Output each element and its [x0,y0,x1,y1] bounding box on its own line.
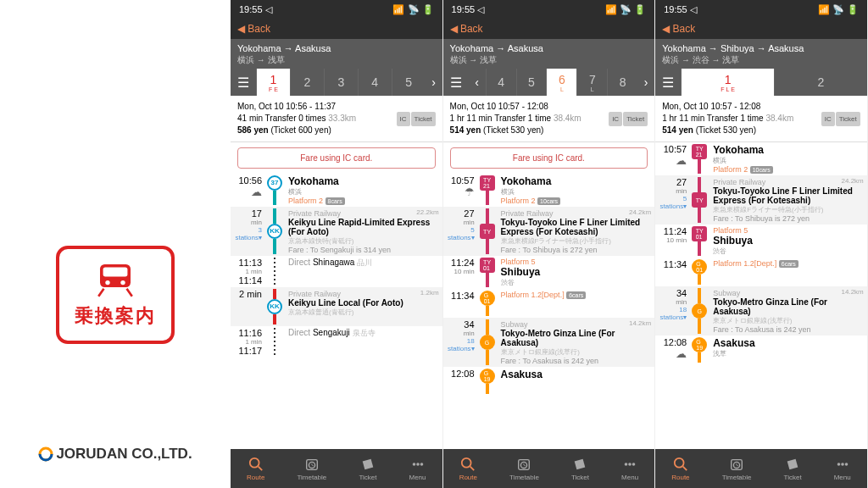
stations-expand[interactable]: 18 stations▾ [447,337,475,352]
nav-bar: ◀ Back [231,19,442,39]
bottom-nav: RouteTimetableTicketMenu [443,449,655,488]
route-tab-4[interactable]: 4 [486,69,516,96]
nav-timetable[interactable]: Timetable [297,457,326,481]
ic-toggle[interactable]: IC [609,112,622,126]
nav-timetable[interactable]: Timetable [509,457,539,481]
station-row[interactable]: 12:08 G19 Asakusa [443,367,655,396]
back-button[interactable]: ◀ Back [662,23,695,35]
weather-icon: ☁ [659,154,687,167]
line-badge: TY [480,224,495,239]
route-summary: Mon, Oct 10 10:57 - 12:081 hr 11 min Tra… [443,96,655,142]
app-name-jp: 乗換案内 [75,303,156,329]
station-row[interactable]: 10:56☁ 37 Yokohama横浜Platform 2 8cars [231,174,442,207]
route-tab-2[interactable]: 2 [774,69,867,96]
line-badge: G [692,303,707,319]
nav-route[interactable]: Route [247,457,264,481]
segment-row[interactable]: 34min18 stations▾ G Subway14.2kmTokyo-Me… [655,286,867,336]
station-row[interactable]: 11:34 G01 Platform 1.2[Dept.] 6cars [655,258,867,286]
svg-point-21 [837,463,840,466]
tabs-next[interactable]: › [426,69,442,96]
list-view-icon[interactable]: ☰ [655,69,681,96]
svg-point-9 [412,463,415,466]
route-tabs: ☰1F L E2 [655,69,867,96]
station-row[interactable]: 12:08☁ G19 Asakusa浅草 [655,336,867,364]
route-tab-6[interactable]: 6L [546,69,576,96]
timeline[interactable]: 10:56☁ 37 Yokohama横浜Platform 2 8cars 17m… [231,174,442,449]
nav-ticket[interactable]: Ticket [571,457,589,481]
timeline[interactable]: 10:57☁ TY21 Yokohama横浜Platform 2 10cars … [655,142,867,449]
tabs-next[interactable]: › [637,69,654,96]
brand-panel: 乗換案内 JORUDAN CO.,LTD. [0,0,231,488]
list-view-icon[interactable]: ☰ [443,69,469,96]
stations-expand[interactable]: 18 stations▾ [659,306,687,321]
app-logo: 乗換案内 [56,246,175,344]
tabs-prev[interactable]: ‹ [469,69,486,96]
route-tab-5[interactable]: 5 [516,69,547,96]
route-tab-1[interactable]: 1F L E [681,69,774,96]
line-badge: G01 [692,259,707,274]
weather-icon: ☁ [234,186,262,198]
ticket-toggle[interactable]: Ticket [836,112,860,126]
ic-toggle[interactable]: IC [821,112,835,126]
stations-expand[interactable]: 3 stations▾ [234,226,262,241]
nav-menu[interactable]: Menu [834,457,851,481]
station-row[interactable]: 11:2410 min TY01 Platform 5Shibuya渋谷 [655,225,867,258]
segment-row[interactable]: 27min5 stations▾ TY Private Railway24.2k… [655,175,867,225]
line-badge: G [480,335,495,350]
segment-row[interactable]: 17min3 stations▾ KK Private Railway22.2k… [231,207,442,256]
nav-route[interactable]: Route [671,457,689,481]
ticket-toggle[interactable]: Ticket [623,112,648,126]
phone-screen-1: 19:55 ◁📶 📡 🔋 ◀ Back Yokohama → Asakusa横浜… [443,0,656,488]
timeline[interactable]: 10:57☂ TY21 Yokohama横浜Platform 2 10cars … [443,174,655,449]
phone-screen-0: 19:55 ◁📶 📡 🔋 ◀ Back Yokohama → Asakusa横浜… [231,0,443,488]
svg-rect-1 [103,268,128,277]
svg-point-10 [416,463,420,466]
route-tabs: ☰‹456L7L8› [443,69,655,96]
route-tab-7[interactable]: 7L [576,69,607,96]
back-button[interactable]: ◀ Back [450,23,483,35]
weather-icon: ☁ [659,347,687,360]
ticket-toggle[interactable]: Ticket [411,112,436,126]
stations-expand[interactable]: 5 stations▾ [659,195,687,210]
segment-row[interactable]: 34min18 stations▾ G Subway14.2kmTokyo-Me… [443,318,655,367]
route-header: Yokohama → Asakusa横浜 → 浅草 [443,39,655,69]
route-tab-8[interactable]: 8 [607,69,637,96]
ic-toggle[interactable]: IC [397,112,410,126]
nav-bar: ◀ Back [655,19,867,39]
segment-row[interactable]: 27min5 stations▾ TY Private Railway24.2k… [443,207,655,256]
route-tab-1[interactable]: 1F E [256,69,290,96]
svg-point-23 [844,463,848,466]
station-row[interactable]: 10:57☂ TY21 Yokohama横浜Platform 2 10cars [443,174,655,207]
route-tab-2[interactable]: 2 [290,69,324,96]
company-logo-icon [38,446,53,462]
svg-point-15 [625,463,628,466]
station-row[interactable]: 11:2410 min TY01 Platform 5Shibuya渋谷 [443,256,655,289]
line-badge: KK [267,224,282,239]
route-tab-4[interactable]: 4 [358,69,392,96]
nav-ticket[interactable]: Ticket [784,457,802,481]
company-name: JORUDAN CO.,LTD. [38,446,192,463]
segment-row[interactable]: 2 min KK Private Railway1.2kmKeikyu Line… [231,287,442,326]
nav-menu[interactable]: Menu [409,457,426,481]
list-view-icon[interactable]: ☰ [231,69,256,96]
nav-timetable[interactable]: Timetable [722,457,752,481]
station-row[interactable]: 10:57☁ TY21 Yokohama横浜Platform 2 10cars [655,142,867,175]
status-bar: 19:55 ◁📶 📡 🔋 [655,0,867,19]
fare-notice: Fare using IC card. [237,147,436,169]
svg-point-22 [841,463,844,466]
station-row[interactable]: 11:34 G01 Platform 1.2[Dept.] 6cars [443,289,655,318]
nav-menu[interactable]: Menu [621,457,638,481]
route-tab-3[interactable]: 3 [324,69,358,96]
svg-point-3 [120,280,125,285]
status-bar: 19:55 ◁📶 📡 🔋 [443,0,655,19]
fare-notice: Fare using IC card. [450,147,648,169]
nav-route[interactable]: Route [459,457,477,481]
direct-row: 11:131 min11:14 Direct Shinagawa 品川 [231,256,442,287]
svg-point-18 [675,458,684,467]
nav-ticket[interactable]: Ticket [359,457,376,481]
back-button[interactable]: ◀ Back [237,23,270,35]
route-tabs: ☰1F E2345› [231,69,442,96]
route-tab-5[interactable]: 5 [392,69,426,96]
stations-expand[interactable]: 5 stations▾ [447,226,475,241]
status-icons: 📶 📡 🔋 [392,4,433,15]
